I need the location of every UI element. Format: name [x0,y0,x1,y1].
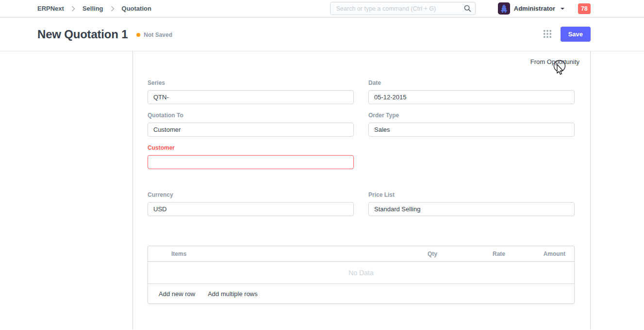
breadcrumb: ERPNext Selling Quotation [37,5,151,12]
top-navbar: ERPNext Selling Quotation [0,0,644,17]
field-customer: Customer [148,144,354,169]
series-input[interactable] [148,90,354,104]
price-list-label: Price List [368,191,575,198]
series-label: Series [148,79,354,86]
quotation-to-label: Quotation To [148,112,354,119]
global-search [330,2,476,15]
page-actions: Save [544,27,591,42]
user-name: Administrator [514,5,555,12]
customer-label: Customer [148,144,354,151]
field-series: Series [148,79,354,104]
items-section: Items Qty Rate Amount No Data Add new ro… [133,246,590,304]
currency-label: Currency [148,191,354,198]
from-opportunity-row: From Opportunity [133,51,590,65]
save-button[interactable]: Save [561,27,591,42]
items-table: Items Qty Rate Amount No Data Add new ro… [148,246,575,304]
page-head: New Quotation 1 Not Saved Save [0,17,644,51]
items-table-header: Items Qty Rate Amount [148,246,574,262]
rate-column-header: Rate [437,251,505,257]
date-label: Date [368,79,575,86]
form-column: From Opportunity Series Date Quotation T… [132,51,591,330]
breadcrumb-quotation[interactable]: Quotation [122,5,151,12]
menu-grid-icon[interactable] [544,30,552,38]
items-empty-state: No Data [148,262,574,284]
order-type-label: Order Type [368,112,575,119]
page-title: New Quotation 1 [37,28,128,41]
field-date: Date [368,79,575,104]
qty-column-header: Qty [379,251,437,257]
field-currency: Currency [148,191,354,216]
user-menu[interactable]: Administrator [498,2,564,15]
customer-input[interactable] [148,155,354,169]
field-price-list: Price List [368,191,575,216]
order-type-input[interactable] [368,123,575,137]
items-column-header: Items [148,251,379,257]
notification-badge[interactable]: 78 [578,3,591,14]
status-indicator: Not Saved [136,31,172,38]
chevron-right-icon [71,6,75,12]
not-saved-dot-icon [136,33,140,37]
price-list-input[interactable] [368,202,575,216]
form-grid: Series Date Quotation To Order Type Cust… [133,79,590,224]
breadcrumb-erpnext[interactable]: ERPNext [37,5,64,12]
caret-down-icon [561,8,564,10]
robot-icon [500,5,508,13]
from-opportunity-link[interactable]: From Opportunity [530,58,579,65]
avatar [498,2,510,15]
quotation-to-input[interactable] [148,123,354,137]
field-quotation-to: Quotation To [148,112,354,137]
add-multiple-rows-button[interactable]: Add multiple rows [208,289,258,299]
items-table-footer: Add new row Add multiple rows [148,284,574,303]
empty-cell [368,144,575,177]
amount-column-header: Amount [505,251,574,257]
status-text: Not Saved [144,31,172,38]
search-input[interactable] [330,2,476,15]
breadcrumb-selling[interactable]: Selling [83,5,103,12]
currency-input[interactable] [148,202,354,216]
search-icon[interactable] [464,5,471,14]
date-input[interactable] [368,90,575,104]
chevron-right-icon [111,6,115,12]
add-new-row-button[interactable]: Add new row [159,289,195,299]
form-body: From Opportunity Series Date Quotation T… [0,51,644,330]
field-order-type: Order Type [368,112,575,137]
